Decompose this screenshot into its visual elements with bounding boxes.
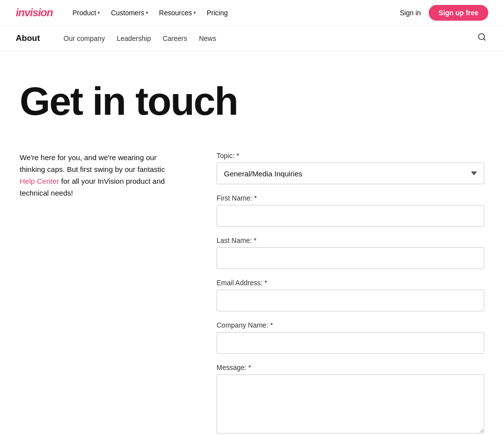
nav-pricing[interactable]: Pricing bbox=[203, 6, 232, 20]
top-nav-links: Product ▾ Customers ▾ Resources ▾ Pricin… bbox=[68, 6, 400, 20]
subnav-leadership[interactable]: Leadership bbox=[113, 32, 155, 45]
contact-form: Topic: * General/Media Inquiries Sales S… bbox=[217, 152, 484, 435]
sub-nav: About Our company Leadership Careers New… bbox=[0, 26, 504, 51]
sub-nav-title: About bbox=[16, 33, 40, 43]
help-center-link[interactable]: Help Center bbox=[20, 177, 59, 185]
sign-up-button[interactable]: Sign up free bbox=[429, 5, 488, 21]
email-field-group: Email Address: * bbox=[217, 279, 484, 311]
company-field-group: Company Name: * bbox=[217, 321, 484, 354]
first-name-input[interactable] bbox=[217, 205, 484, 227]
email-label: Email Address: * bbox=[217, 279, 484, 287]
first-name-label: First Name: * bbox=[217, 194, 484, 202]
content-columns: We're here for you, and we're wearing ou… bbox=[20, 152, 484, 435]
nav-resources[interactable]: Resources ▾ bbox=[155, 6, 200, 20]
page-title: Get in touch bbox=[20, 81, 484, 122]
subnav-careers[interactable]: Careers bbox=[158, 32, 191, 45]
email-input[interactable] bbox=[217, 290, 484, 311]
company-input[interactable] bbox=[217, 332, 484, 354]
sign-in-link[interactable]: Sign in bbox=[400, 9, 421, 17]
subnav-our-company[interactable]: Our company bbox=[60, 32, 109, 45]
chevron-icon: ▾ bbox=[146, 10, 148, 15]
first-name-field-group: First Name: * bbox=[217, 194, 484, 227]
svg-line-1 bbox=[483, 38, 485, 40]
company-label: Company Name: * bbox=[217, 321, 484, 329]
message-field-group: Message: * bbox=[217, 364, 484, 435]
intro-text: We're here for you, and we're wearing ou… bbox=[20, 152, 177, 199]
main-content: Get in touch We're here for you, and we'… bbox=[0, 51, 504, 435]
nav-product[interactable]: Product ▾ bbox=[68, 6, 104, 20]
top-nav: invision Product ▾ Customers ▾ Resources… bbox=[0, 0, 504, 26]
message-label: Message: * bbox=[217, 364, 484, 371]
search-icon bbox=[477, 33, 486, 41]
topic-label: Topic: * bbox=[217, 152, 484, 160]
chevron-icon: ▾ bbox=[97, 10, 100, 15]
chevron-icon: ▾ bbox=[193, 10, 196, 15]
last-name-input[interactable] bbox=[217, 247, 484, 269]
last-name-field-group: Last Name: * bbox=[217, 236, 484, 269]
last-name-label: Last Name: * bbox=[217, 236, 484, 244]
nav-customers[interactable]: Customers ▾ bbox=[107, 6, 152, 20]
subnav-news[interactable]: News bbox=[195, 32, 220, 45]
topic-field-group: Topic: * General/Media Inquiries Sales S… bbox=[217, 152, 484, 184]
left-column: We're here for you, and we're wearing ou… bbox=[20, 152, 177, 199]
logo[interactable]: invision bbox=[16, 6, 53, 19]
search-button[interactable] bbox=[475, 31, 488, 46]
topic-select[interactable]: General/Media Inquiries Sales Support Pa… bbox=[217, 163, 484, 184]
message-textarea[interactable] bbox=[217, 374, 484, 434]
top-nav-right: Sign in Sign up free bbox=[400, 5, 488, 21]
sub-nav-links: Our company Leadership Careers News bbox=[60, 32, 475, 45]
sub-nav-right bbox=[475, 31, 488, 46]
